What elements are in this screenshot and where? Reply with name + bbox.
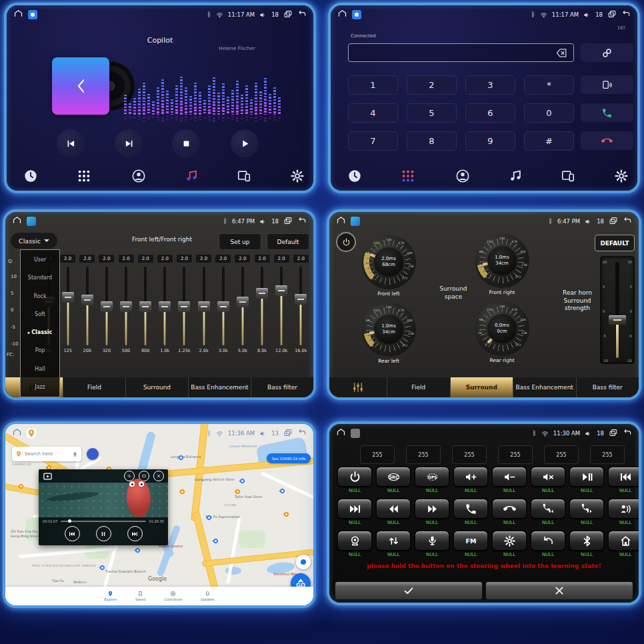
tab-field[interactable]: Field bbox=[387, 377, 450, 397]
eq-slider-track[interactable] bbox=[203, 267, 205, 345]
eq-slider-handle[interactable] bbox=[81, 295, 93, 305]
eq-slider-handle[interactable] bbox=[256, 288, 268, 299]
nav-apps[interactable] bbox=[77, 169, 91, 183]
eq-slider-handle[interactable] bbox=[275, 285, 287, 296]
knob-rear-left[interactable]: 034681021361702042382721.0ms34cmRear lef… bbox=[361, 302, 416, 357]
app-icon[interactable] bbox=[352, 10, 361, 19]
app-icon[interactable] bbox=[28, 10, 37, 19]
maps-nav-explore[interactable]: Explore bbox=[104, 591, 117, 601]
eq-slider-track[interactable] bbox=[144, 267, 147, 345]
preset-option-soft[interactable]: Soft bbox=[21, 311, 59, 317]
preset-option-pop[interactable]: Pop bbox=[21, 347, 59, 353]
swc-value-box[interactable]: 255 bbox=[406, 445, 441, 464]
tab-eq[interactable] bbox=[329, 377, 387, 397]
eq-slider-handle[interactable] bbox=[178, 301, 190, 312]
preset-dropdown[interactable]: Classic bbox=[11, 233, 57, 249]
back-button[interactable] bbox=[621, 9, 631, 21]
swc-value-box[interactable]: 255 bbox=[498, 445, 533, 464]
swc-mute-button[interactable] bbox=[531, 467, 565, 487]
home-button[interactable] bbox=[336, 215, 346, 228]
cancel-button[interactable] bbox=[485, 581, 633, 600]
media-previous-button[interactable] bbox=[57, 129, 85, 157]
covid-info-button[interactable]: See COVID-19 info bbox=[267, 453, 311, 463]
back-button[interactable] bbox=[623, 215, 632, 228]
eq-slider-track[interactable] bbox=[299, 267, 302, 345]
swc-forward-button[interactable] bbox=[415, 499, 449, 519]
media-stop-button[interactable] bbox=[172, 129, 200, 157]
swc-value-box[interactable]: 255 bbox=[544, 445, 579, 464]
tab-bass-enhancement[interactable]: Bass Enhancement bbox=[188, 377, 251, 397]
recents-button[interactable] bbox=[283, 427, 293, 440]
eq-slider-handle[interactable] bbox=[295, 294, 307, 305]
nav-clock[interactable] bbox=[347, 169, 362, 183]
nav-clock[interactable] bbox=[23, 169, 38, 183]
swc-prev-button[interactable] bbox=[608, 467, 639, 487]
eq-slider-handle[interactable] bbox=[101, 301, 113, 312]
dial-key-8[interactable]: 8 bbox=[407, 131, 457, 151]
swc-src-button[interactable]: SRC bbox=[376, 467, 411, 487]
video-previous-button[interactable] bbox=[65, 526, 80, 541]
dial-number-input[interactable] bbox=[348, 43, 574, 62]
swc-value-box[interactable]: 255 bbox=[360, 445, 395, 464]
swc-phone-end-button[interactable] bbox=[492, 499, 527, 519]
nav-music[interactable] bbox=[508, 169, 523, 183]
knob-front-right[interactable]: 034681021361702042382721.0ms34cmFront ri… bbox=[475, 233, 529, 288]
video-close-button[interactable] bbox=[153, 471, 164, 481]
swc-fade-button[interactable] bbox=[376, 531, 411, 551]
swc-settings-button[interactable] bbox=[492, 531, 527, 551]
swc-fm-button[interactable]: FM bbox=[453, 531, 488, 551]
dial-key-hash[interactable]: # bbox=[524, 131, 574, 151]
eq-slider-track[interactable] bbox=[261, 267, 263, 345]
app-icon[interactable] bbox=[27, 429, 36, 438]
tab-field[interactable]: Field bbox=[63, 377, 125, 397]
map-pin[interactable] bbox=[99, 565, 106, 571]
maps-nav-updates[interactable]: Updates bbox=[201, 591, 215, 601]
setup-button[interactable]: Set up bbox=[219, 233, 261, 250]
maps-nav-saved[interactable]: Saved bbox=[135, 591, 145, 601]
back-button[interactable] bbox=[297, 9, 307, 21]
video-pause-button[interactable] bbox=[96, 526, 111, 541]
swc-mic-button[interactable] bbox=[415, 531, 449, 551]
tab-bass-enhancement[interactable]: Bass Enhancement bbox=[513, 377, 576, 397]
home-button[interactable] bbox=[12, 215, 22, 228]
nav-settings[interactable] bbox=[614, 169, 629, 183]
swc-camera-button[interactable] bbox=[337, 531, 372, 551]
preset-option-rock[interactable]: Rock bbox=[21, 293, 59, 299]
strength-handle[interactable] bbox=[609, 315, 626, 325]
preset-option-hall[interactable]: Hall bbox=[21, 366, 59, 372]
knob-front-left[interactable]: 034681021361702042382722.0ms68cmFront le… bbox=[361, 235, 416, 289]
swc-next-button[interactable] bbox=[337, 499, 372, 519]
eq-slider-track[interactable] bbox=[105, 267, 108, 345]
map-pin[interactable] bbox=[213, 538, 219, 545]
back-button[interactable] bbox=[623, 427, 632, 440]
back-button[interactable] bbox=[297, 215, 307, 228]
preset-option-classic[interactable]: ▸Classic bbox=[21, 329, 59, 335]
recents-button[interactable] bbox=[609, 427, 618, 440]
back-button[interactable] bbox=[297, 427, 307, 440]
home-button[interactable] bbox=[12, 427, 22, 440]
preset-option-user[interactable]: User bbox=[21, 257, 59, 263]
tab-bass-filter[interactable]: Bass filter bbox=[251, 377, 313, 397]
map-pin[interactable] bbox=[179, 489, 186, 495]
preset-option-jazz[interactable]: Jazz bbox=[21, 384, 59, 390]
swc-phone-prev-button[interactable] bbox=[531, 499, 565, 519]
eq-slider-track[interactable] bbox=[222, 267, 225, 345]
recents-button[interactable] bbox=[283, 9, 293, 21]
app-icon[interactable] bbox=[27, 217, 36, 226]
nav-phonelink[interactable] bbox=[561, 169, 575, 183]
swc-bluetooth-button[interactable] bbox=[569, 531, 604, 551]
default-button[interactable]: DEFAULT bbox=[595, 235, 635, 251]
home-button[interactable] bbox=[337, 9, 347, 21]
map-pin[interactable] bbox=[135, 547, 141, 554]
dial-key-7[interactable]: 7 bbox=[348, 131, 398, 151]
tab-bass-filter[interactable]: Bass filter bbox=[576, 377, 639, 397]
eq-slider-handle[interactable] bbox=[120, 301, 132, 312]
account-avatar[interactable] bbox=[87, 448, 99, 460]
eq-slider-track[interactable] bbox=[125, 267, 127, 345]
swc-rewind-button[interactable] bbox=[376, 499, 411, 519]
media-next-button[interactable] bbox=[115, 129, 143, 157]
maps-nav-contribute[interactable]: Contribute bbox=[164, 591, 182, 601]
swc-phone-next-button[interactable] bbox=[569, 499, 604, 519]
nav-phonelink[interactable] bbox=[237, 169, 251, 183]
home-button[interactable] bbox=[336, 427, 346, 440]
